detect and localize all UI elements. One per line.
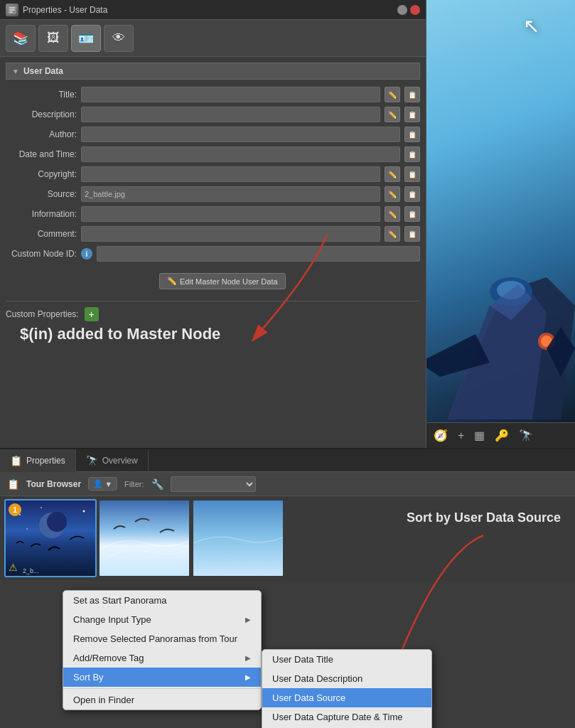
ctx-separator xyxy=(63,688,261,689)
submenu-source[interactable]: User Data Source xyxy=(262,688,431,707)
source-row: Source: ✏️ 📋 xyxy=(6,186,420,202)
pano-item-3[interactable]: now xyxy=(192,499,284,577)
properties-tab-label: Properties xyxy=(26,456,65,466)
window-controls xyxy=(397,5,420,15)
panorama-list: 1 ⚠ 2_b... xyxy=(0,496,575,582)
tab-4[interactable]: 👁 xyxy=(104,25,134,52)
title-clip-button[interactable]: 📋 xyxy=(404,87,420,102)
datetime-clip-button[interactable]: 📋 xyxy=(404,146,420,162)
window-title: Properties - User Data xyxy=(23,5,393,15)
key-icon[interactable]: 🔑 xyxy=(495,429,509,442)
copyright-clip-button[interactable]: 📋 xyxy=(404,166,420,182)
tab-1[interactable]: 📚 xyxy=(6,25,36,52)
source-input[interactable] xyxy=(81,186,380,202)
ctx-remove[interactable]: Remove Selected Panoramas from Tour xyxy=(63,629,261,648)
minimize-button[interactable] xyxy=(397,5,407,15)
comment-label: Comment: xyxy=(6,229,77,239)
overview-tab-label: Overview xyxy=(102,456,138,466)
information-row: Information: ✏️ 📋 xyxy=(6,206,420,222)
ctx-add-tag-label: Add/Remove Tag xyxy=(73,653,144,663)
filter-label: Filter: xyxy=(124,480,144,488)
information-clip-button[interactable]: 📋 xyxy=(404,206,420,222)
tour-browser-label: Tour Browser xyxy=(26,479,81,489)
description-pencil-button[interactable]: ✏️ xyxy=(385,107,400,122)
datetime-input[interactable] xyxy=(81,146,400,162)
close-button[interactable] xyxy=(410,5,420,15)
overview-tab-icon: 🔭 xyxy=(86,455,98,466)
copyright-row: Copyright: ✏️ 📋 xyxy=(6,166,420,182)
user-dropdown-arrow: ▼ xyxy=(104,480,112,488)
source-label: Source: xyxy=(6,189,77,199)
compass-icon[interactable]: 🧭 xyxy=(434,429,448,442)
author-clip-button[interactable]: 📋 xyxy=(404,127,420,142)
pano-label-1: 2_b... xyxy=(23,567,39,574)
information-input[interactable] xyxy=(81,206,380,222)
description-clip-button[interactable]: 📋 xyxy=(404,107,420,122)
tab-3[interactable]: 🪪 xyxy=(71,25,101,52)
edit-master-node-button[interactable]: ✏️ Edit Master Node User Data xyxy=(159,273,286,289)
filter-icon: 🔧 xyxy=(151,478,163,490)
ctx-set-start[interactable]: Set as Start Panorama xyxy=(63,591,261,610)
svg-rect-3 xyxy=(9,11,13,13)
pano-item-2[interactable] xyxy=(98,499,190,577)
add-icon[interactable]: + xyxy=(458,429,464,442)
submenu-capture-date[interactable]: User Data Capture Date & Time xyxy=(262,707,431,727)
user-button[interactable]: 👤 ▼ xyxy=(88,477,117,491)
information-pencil-button[interactable]: ✏️ xyxy=(385,206,400,222)
comment-input[interactable] xyxy=(81,226,380,242)
comment-clip-button[interactable]: 📋 xyxy=(404,226,420,242)
ctx-add-tag-arrow: ▶ xyxy=(245,654,251,662)
pano-item-1[interactable]: 1 ⚠ 2_b... xyxy=(4,499,97,577)
custom-node-id-input[interactable] xyxy=(97,246,420,262)
ctx-sort-by[interactable]: Sort By ▶ xyxy=(63,668,261,687)
source-clip-button[interactable]: 📋 xyxy=(404,186,420,202)
ctx-open-finder[interactable]: Open in Finder xyxy=(63,690,261,710)
preview-image: ↖ 🧭 + ▦ 🔑 🔭 xyxy=(426,0,575,448)
description-input[interactable] xyxy=(81,107,380,122)
copyright-pencil-button[interactable]: ✏️ xyxy=(385,166,400,182)
submenu-title[interactable]: User Data Title xyxy=(262,650,431,669)
tab-2[interactable]: 🖼 xyxy=(38,25,68,52)
section-label: User Data xyxy=(23,66,63,76)
custom-props-label: Custom Properties: xyxy=(6,309,79,319)
tab-properties[interactable]: 📋 Properties xyxy=(0,449,76,472)
datetime-label: Date and Time: xyxy=(6,149,77,159)
title-row: Title: ✏️ 📋 xyxy=(6,87,420,102)
ctx-remove-label: Remove Selected Panoramas from Tour xyxy=(73,633,237,644)
section-header: ▼ User Data xyxy=(6,63,420,80)
author-row: Author: 📋 xyxy=(6,127,420,142)
add-custom-prop-button[interactable]: + xyxy=(85,307,99,321)
info-badge: i xyxy=(81,248,92,259)
properties-panel: Properties - User Data 📚 🖼 🪪 👁 xyxy=(0,0,426,448)
title-pencil-button[interactable]: ✏️ xyxy=(385,87,400,102)
author-input[interactable] xyxy=(81,127,400,142)
submenu-description[interactable]: User Data Description xyxy=(262,669,431,688)
source-pencil-button[interactable]: ✏️ xyxy=(385,186,400,202)
filter-dropdown[interactable] xyxy=(171,476,256,492)
copyright-input[interactable] xyxy=(81,166,380,182)
ctx-add-tag[interactable]: Add/Remove Tag ▶ xyxy=(63,648,261,668)
title-label: Title: xyxy=(6,90,77,100)
grid-icon[interactable]: ▦ xyxy=(474,429,485,442)
ctx-change-input[interactable]: Change Input Type ▶ xyxy=(63,610,261,629)
comment-pencil-button[interactable]: ✏️ xyxy=(385,226,400,242)
submenu: User Data Title User Data Description Us… xyxy=(262,649,432,728)
user-icon: 👤 xyxy=(93,479,103,488)
mech-preview xyxy=(426,220,575,419)
bottom-section: 📋 Properties 🔭 Overview 📋 Tour Browser 👤… xyxy=(0,448,575,728)
title-input[interactable] xyxy=(81,87,380,102)
ctx-change-input-label: Change Input Type xyxy=(73,614,151,625)
edit-master-label: Edit Master Node User Data xyxy=(180,277,278,286)
section-arrow: ▼ xyxy=(12,68,19,75)
window-titlebar: Properties - User Data xyxy=(0,0,426,20)
tour-icon: 📋 xyxy=(7,478,19,490)
svg-rect-2 xyxy=(9,9,15,11)
tour-toolbar: 📋 Tour Browser 👤 ▼ Filter: 🔧 xyxy=(0,472,575,496)
scope-icon[interactable]: 🔭 xyxy=(519,429,533,442)
custom-node-id-row: Custom Node ID: i xyxy=(6,246,420,262)
pano-thumb-2 xyxy=(100,500,189,576)
description-row: Description: ✏️ 📋 xyxy=(6,107,420,122)
cursor-icon: ↖ xyxy=(523,14,539,38)
tab-overview[interactable]: 🔭 Overview xyxy=(76,449,149,472)
ctx-sort-by-arrow: ▶ xyxy=(245,673,251,681)
